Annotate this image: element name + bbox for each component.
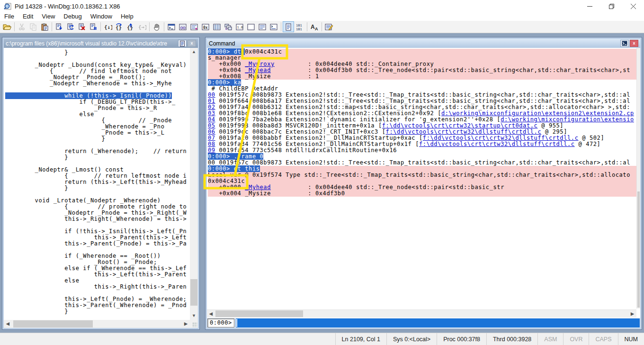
dml-link[interactable]: f:\dd\vctools\crt\crtw32\dllstuff\crtdll… bbox=[419, 141, 575, 147]
dml-link[interactable]: _Myhead bbox=[245, 67, 271, 73]
dml-link[interactable]: f:\dd\vctools\crt\crtw32\dllstuff\crtdll… bbox=[423, 135, 579, 141]
go-button[interactable] bbox=[54, 21, 65, 32]
scroll-left-arrow-icon[interactable]: ◀ bbox=[207, 310, 215, 318]
source-vertical-scrollbar[interactable]: ▲ ▼ bbox=[190, 48, 198, 320]
command-output[interactable]: 0:000> dt 0x004c431cs_manager +0x000 _My… bbox=[207, 48, 636, 309]
cut-icon bbox=[18, 23, 26, 31]
scroll-up-arrow-icon[interactable]: ▲ bbox=[190, 48, 198, 56]
locals-window-button[interactable] bbox=[188, 21, 200, 32]
source-line[interactable]: this->_Parent(_Pnode) = this->_Pa bbox=[5, 241, 190, 247]
command-vscroll-thumb[interactable] bbox=[637, 191, 640, 308]
source-hscroll-thumb[interactable] bbox=[13, 320, 93, 327]
dml-link[interactable]: _Myproxy bbox=[245, 61, 275, 67]
command-input[interactable] bbox=[236, 318, 640, 327]
menu-view[interactable]: View bbox=[37, 12, 59, 21]
dml-link[interactable]: _Myhead bbox=[245, 184, 271, 191]
restore-button[interactable] bbox=[600, 0, 622, 12]
source-line[interactable]: } bbox=[5, 154, 190, 161]
open-workspace-button[interactable] bbox=[1, 21, 13, 32]
toolbar-separator bbox=[14, 22, 15, 31]
command-browser-button[interactable] bbox=[268, 21, 279, 32]
menu-window[interactable]: Window bbox=[86, 12, 116, 21]
command-vertical-scrollbar[interactable] bbox=[636, 48, 640, 309]
menu-debug[interactable]: Debug bbox=[59, 12, 86, 21]
menu-help[interactable]: Help bbox=[116, 12, 138, 21]
stop-debugging-button[interactable] bbox=[76, 21, 88, 32]
cut-button bbox=[16, 21, 27, 32]
source-line[interactable]: } bbox=[5, 50, 190, 56]
source-line[interactable]: } bbox=[5, 309, 190, 315]
dml-link[interactable]: 03 bbox=[208, 110, 215, 117]
command-line[interactable]: 09 0019fa54 773c5548 ntdll!LdrxCallInitR… bbox=[208, 147, 636, 154]
command-line[interactable]: +0x004 _Mysize : 0x4df3b0 bbox=[208, 191, 636, 197]
source-window-doc-icon[interactable] bbox=[178, 40, 187, 47]
step-into-button[interactable]: {↓} bbox=[102, 21, 114, 32]
dml-link[interactable]: 09 bbox=[208, 147, 215, 154]
command-horizontal-scrollbar[interactable]: ◀ ▶ bbox=[207, 309, 636, 318]
processes-window-button[interactable] bbox=[257, 21, 268, 32]
title-bar: Pid 14328 - WinDbg:10.0.18362.1 X86 bbox=[0, 0, 644, 12]
dml-link[interactable]: 05 bbox=[208, 122, 215, 129]
source-code-view[interactable]: } _Nodeptr _Lbound(const key_type& _Keyv… bbox=[4, 48, 190, 320]
scroll-right-arrow-icon[interactable]: ▶ bbox=[182, 320, 190, 328]
status-bar-spacer bbox=[0, 333, 335, 345]
dml-link[interactable]: 04 bbox=[208, 116, 215, 123]
dml-link[interactable]: f:\dd\vctools\crt\crtw32\startup\crt0dat… bbox=[382, 122, 538, 129]
dml-link[interactable]: d:\working\mixconfiguration\extensio bbox=[501, 116, 634, 123]
command-hscroll-thumb[interactable] bbox=[215, 310, 303, 317]
scroll-down-arrow-icon[interactable]: ▼ bbox=[190, 312, 198, 320]
minimize-button[interactable] bbox=[579, 0, 600, 12]
source-line[interactable]: _Nodeptr _Wherenode = this->_Myhe bbox=[5, 81, 190, 87]
restart-button[interactable] bbox=[65, 21, 76, 32]
font-button[interactable]: AA bbox=[309, 21, 320, 32]
command-line[interactable]: +0x008 _Mysize : 1 bbox=[208, 73, 636, 80]
command-prompt-icon[interactable] bbox=[620, 40, 629, 47]
source-vscroll-thumb[interactable] bbox=[190, 279, 197, 306]
scroll-right-arrow-icon[interactable]: ▶ bbox=[628, 310, 636, 318]
step-out-button[interactable]: {} bbox=[125, 21, 136, 32]
source-line[interactable]: this->_Right(this->_Paren bbox=[5, 284, 190, 290]
watch-window-button[interactable] bbox=[177, 21, 188, 32]
dml-link[interactable]: f:\dd\vctools\crt\crtw32\dllstuff\crtdll… bbox=[386, 128, 542, 135]
source-line[interactable]: this->_Right(_Wherenode) = this-> bbox=[5, 216, 190, 222]
svg-text:101: 101 bbox=[296, 24, 302, 27]
disassembly-window-button[interactable]: 1.0 bbox=[234, 21, 245, 32]
close-button[interactable] bbox=[622, 0, 644, 12]
break-hand-button[interactable] bbox=[151, 21, 162, 32]
source-resize-grip[interactable] bbox=[190, 320, 198, 328]
dml-link[interactable]: 01 bbox=[208, 98, 215, 104]
source-line[interactable]: } bbox=[5, 185, 190, 191]
source-window-close-icon[interactable]: x bbox=[188, 40, 196, 47]
cmdbrowse-icon bbox=[270, 24, 277, 30]
step-over-button[interactable]: {} bbox=[114, 21, 125, 32]
options-button[interactable] bbox=[323, 21, 335, 32]
dml-link[interactable]: 08 bbox=[208, 141, 215, 147]
dml-link[interactable]: 00 bbox=[208, 91, 215, 98]
break-button[interactable] bbox=[88, 21, 99, 32]
dml-link[interactable]: d:\working\mixconfiguration\extension2\e… bbox=[441, 110, 634, 117]
dml-link[interactable]: 07 bbox=[208, 135, 215, 141]
command-line[interactable]: 00 0019f57c 008b9873 Extension2!std::_Tr… bbox=[208, 160, 636, 166]
dml-link[interactable]: 02 bbox=[208, 104, 215, 110]
registers-window-button[interactable]: 0x bbox=[200, 21, 211, 32]
assembly-mode-button[interactable]: 101101 bbox=[294, 21, 305, 32]
command-window-titlebar[interactable]: Command x bbox=[207, 39, 640, 48]
source-window-titlebar[interactable]: c:\program files (x86)\microsoft visual … bbox=[4, 39, 198, 48]
scroll-left-arrow-icon[interactable]: ◀ bbox=[4, 320, 12, 328]
scratch-pad-button[interactable] bbox=[245, 21, 257, 32]
call-stack-window-button[interactable] bbox=[223, 21, 234, 32]
command-window-close-icon[interactable]: x bbox=[630, 40, 638, 47]
memory-window-button[interactable] bbox=[211, 21, 223, 32]
regs-icon: 0x bbox=[202, 24, 209, 30]
command-window-button[interactable] bbox=[166, 21, 177, 32]
dml-link[interactable]: 06 bbox=[208, 128, 215, 135]
source-mode-button[interactable] bbox=[283, 21, 294, 32]
source-horizontal-scrollbar[interactable]: ◀ ▶ bbox=[4, 320, 190, 328]
command-line[interactable]: 0:000> dt 0x004c431c bbox=[208, 49, 636, 55]
disasm-icon: 1.0 bbox=[236, 24, 243, 30]
menu-edit[interactable]: Edit bbox=[18, 12, 37, 21]
source-line[interactable]: } bbox=[5, 136, 190, 142]
command-line[interactable]: Local var @ 0x19f574 Type std::_Tree<std… bbox=[208, 172, 636, 178]
paste-button[interactable] bbox=[39, 21, 50, 32]
menu-file[interactable]: File bbox=[0, 12, 18, 21]
